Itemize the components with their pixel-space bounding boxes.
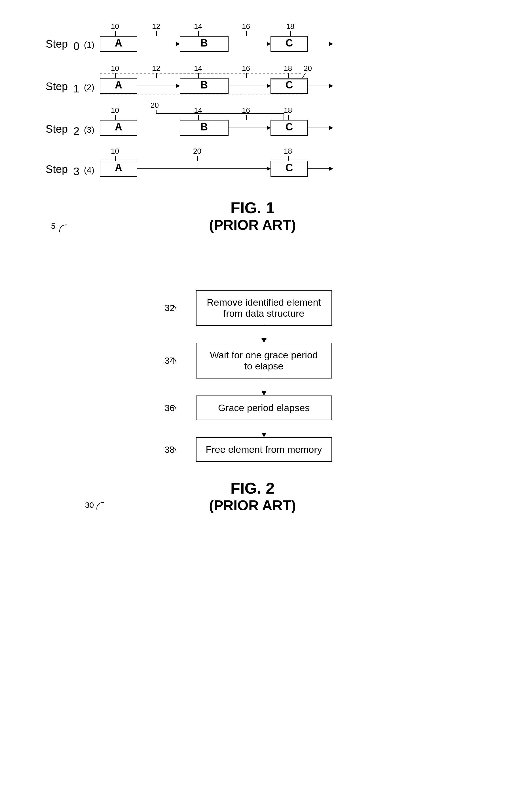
arrow-AC-row3 <box>267 167 271 171</box>
flow-item-36: 36 Grace period elapses <box>196 396 332 420</box>
step0-num: (1) <box>84 40 95 49</box>
ref18-row0: 18 <box>286 22 294 31</box>
arrow-out-row3 <box>329 167 333 171</box>
nodeB-label-row1: B <box>200 79 208 91</box>
arrow-out-row1 <box>329 84 333 88</box>
ref18-row2: 18 <box>284 106 292 115</box>
page: text.ref { font-size: 26px; font-family:… <box>0 0 505 812</box>
ref14-row0: 14 <box>194 22 202 31</box>
nodeA-label-row3: A <box>115 162 122 174</box>
ref20-row1: 20 <box>304 64 312 72</box>
arrow-AB-row1 <box>176 84 180 88</box>
step1-sub: 1 <box>73 83 79 95</box>
flow-item-32: 32 Remove identified element from data s… <box>196 290 332 326</box>
step1-label: Step <box>46 80 68 92</box>
step0-sub: 0 <box>73 40 79 52</box>
step0-label: Step <box>46 38 68 50</box>
flow-box-34: Wait for one grace period to elapse <box>196 343 332 379</box>
step2-num: (3) <box>84 125 95 135</box>
fig2-area: 32 Remove identified element from data s… <box>28 290 477 514</box>
ref20-row2: 20 <box>151 101 159 110</box>
nodeC-label-row0: C <box>286 37 293 49</box>
step1-num: (2) <box>84 82 95 92</box>
fig2-title: FIG. 2 (PRIOR ART) <box>209 479 296 514</box>
flow-box-38: Free element from memory <box>196 437 332 462</box>
nodeB-label-row0: B <box>200 37 208 49</box>
ptr20-row2 <box>156 110 284 120</box>
ref10-row0: 10 <box>111 22 119 31</box>
ref16-row2: 16 <box>242 106 250 115</box>
arrow-out-row2 <box>329 126 333 130</box>
nodeA-label-row1: A <box>115 79 122 91</box>
flow-arrow-2 <box>262 379 267 396</box>
arrow-BC-row0 <box>267 42 271 46</box>
fig1-diagram: text.ref { font-size: 26px; font-family:… <box>29 17 477 193</box>
nodeB-label-row2: B <box>200 121 208 133</box>
step3-label: Step <box>46 163 68 175</box>
ref10-row1: 10 <box>111 64 119 72</box>
flow-arrow-1 <box>262 326 267 343</box>
svg-line-15 <box>302 73 305 78</box>
ref18-row3: 18 <box>284 147 292 155</box>
ref10-row3: 10 <box>111 147 119 155</box>
ref14-row2: 14 <box>194 106 202 115</box>
nodeA-label-row2: A <box>115 121 122 133</box>
ref12-row0: 12 <box>152 22 160 31</box>
nodeC-label-row1: C <box>286 79 293 91</box>
step3-num: (4) <box>84 165 95 175</box>
ref14-row1: 14 <box>194 64 202 72</box>
flow-item-34: 34 Wait for one grace period to elapse <box>196 343 332 379</box>
fig1-title: FIG. 1 (PRIOR ART) <box>209 198 296 233</box>
ref20-row3: 20 <box>193 147 201 155</box>
ref10-row2: 10 <box>111 106 119 115</box>
arrow-BC-row1 <box>267 84 271 88</box>
ref16-row1: 16 <box>242 64 250 72</box>
nodeC-label-row3: C <box>286 162 293 174</box>
fig1-label-5: 5 <box>51 222 55 230</box>
nodeA-label-row0: A <box>115 37 122 49</box>
arrow-BC-row2 <box>267 126 271 130</box>
flow-item-38: 38 Free element from memory <box>196 437 332 462</box>
flow-box-32: Remove identified element from data stru… <box>196 290 332 326</box>
nodeC-label-row2: C <box>286 121 293 133</box>
ref16-row0: 16 <box>242 22 250 31</box>
fig2-section: 32 Remove identified element from data s… <box>0 270 505 525</box>
flow-box-36: Grace period elapses <box>196 396 332 420</box>
arrow-AB-row0 <box>176 42 180 46</box>
step3-sub: 3 <box>73 166 79 178</box>
step2-sub: 2 <box>73 125 79 137</box>
arrow-out-row0 <box>329 42 333 46</box>
ref12-row1: 12 <box>152 64 160 72</box>
fig1-section: text.ref { font-size: 26px; font-family:… <box>0 0 505 247</box>
flow-arrow-3 <box>262 420 267 437</box>
fig2-flowchart: 32 Remove identified element from data s… <box>196 290 332 462</box>
step2-label: Step <box>46 123 68 135</box>
fig2-label-30: 30 <box>85 501 94 510</box>
ref18-row1: 18 <box>284 64 292 72</box>
